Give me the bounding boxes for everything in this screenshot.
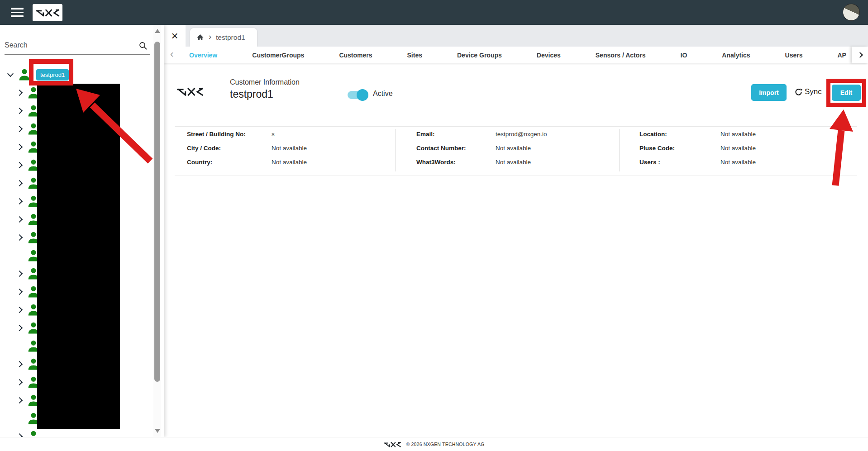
breadcrumb-item[interactable]: testprod1 — [216, 33, 245, 42]
close-tab-button[interactable]: × — [164, 25, 186, 47]
top-bar — [0, 0, 868, 25]
tab[interactable]: IO — [679, 52, 689, 59]
info-row: Location: Not available — [639, 131, 756, 145]
field-value: Not available — [272, 145, 307, 152]
chevron-icon[interactable] — [16, 289, 23, 295]
info-row: What3Words: Not available — [416, 159, 547, 173]
search-icon[interactable] — [138, 41, 148, 50]
person-icon — [27, 430, 40, 437]
page-title: testprod1 — [230, 88, 273, 100]
info-column-location: Location: Not available Pluse Code: Not … — [639, 131, 756, 173]
field-label: What3Words: — [416, 159, 496, 166]
field-label: Users : — [639, 159, 720, 166]
tabs-scroll-left-icon[interactable]: ‹ — [170, 48, 173, 60]
tree-item-label[interactable]: testprod1 — [36, 69, 69, 81]
chevron-icon[interactable] — [16, 325, 23, 331]
active-toggle[interactable] — [348, 91, 367, 99]
divider — [175, 126, 857, 127]
tab-row: ‹ Overview CustomerGroups Customers Site… — [164, 47, 868, 63]
info-column-address: Street / Building No: s City / Code: Not… — [187, 131, 307, 173]
chevron-icon[interactable] — [16, 180, 23, 186]
info-column-contact: Email: testprod@nxgen.io Contact Number:… — [416, 131, 547, 173]
chevron-icon[interactable] — [16, 379, 23, 385]
divider — [175, 175, 857, 176]
chevron-icon[interactable] — [16, 108, 23, 114]
scrollbar-thumb[interactable] — [154, 42, 160, 382]
tree-item[interactable] — [0, 427, 152, 437]
chevron-icon[interactable] — [16, 433, 23, 437]
field-value: Not available — [496, 145, 531, 152]
tab[interactable]: Sensors / Actors — [594, 52, 648, 59]
chevron-icon[interactable] — [16, 361, 23, 367]
search-input[interactable] — [5, 38, 127, 49]
chevron-icon[interactable] — [16, 144, 23, 150]
section-label: Customer Information — [230, 78, 300, 86]
field-value: Not available — [720, 159, 756, 166]
footer: © 2026 NXGEN TECHNOLOGY AG — [0, 437, 868, 451]
search-row — [5, 38, 150, 55]
field-value: Not available — [720, 145, 756, 152]
chevron-icon[interactable] — [16, 90, 23, 96]
edit-button[interactable]: Edit — [832, 85, 861, 101]
tab[interactable]: Overview — [187, 52, 219, 59]
home-icon[interactable] — [196, 34, 204, 41]
chevron-icon[interactable] — [16, 198, 23, 204]
breadcrumb-separator: › — [209, 32, 211, 42]
active-toggle-label: Active — [373, 90, 393, 98]
field-label: City / Code: — [187, 145, 272, 152]
chevron-icon[interactable] — [16, 216, 23, 223]
customer-logo — [176, 85, 204, 100]
sidebar-scrollbar[interactable] — [153, 25, 161, 437]
chevron-icon[interactable] — [16, 271, 23, 277]
breadcrumb[interactable]: › testprod1 — [190, 28, 257, 47]
tree-item[interactable]: testprod1 — [0, 66, 152, 84]
import-button[interactable]: Import — [751, 84, 787, 101]
field-value: Not available — [720, 131, 756, 138]
chevron-icon[interactable] — [7, 71, 14, 77]
tab[interactable]: AP — [835, 52, 848, 59]
nxg-logo-glyphs — [35, 7, 60, 18]
info-row: Email: testprod@nxgen.io — [416, 131, 547, 145]
column-divider — [619, 129, 620, 171]
footer-nxg-logo — [383, 441, 401, 448]
info-row: Pluse Code: Not available — [639, 145, 756, 159]
footer-copyright: © 2026 NXGEN TECHNOLOGY AG — [406, 442, 484, 447]
field-label: Country: — [187, 159, 272, 166]
field-value: Not available — [496, 159, 531, 166]
tabs-scroll-right-button[interactable] — [852, 47, 868, 63]
main-panel: × › testprod1 ‹ Overview CustomerGroups … — [164, 25, 868, 437]
sync-button[interactable]: Sync — [794, 87, 822, 96]
scroll-up-arrow-icon[interactable] — [155, 29, 160, 33]
tab[interactable]: Devices — [535, 52, 563, 59]
tab[interactable]: Analytics — [720, 52, 752, 59]
scroll-down-arrow-icon[interactable] — [155, 429, 160, 433]
tab[interactable]: Customers — [337, 52, 374, 59]
tabs: Overview CustomerGroups Customers Sites … — [187, 47, 848, 63]
tabs-scroll-right-icon — [857, 52, 863, 58]
info-row: City / Code: Not available — [187, 145, 307, 159]
refresh-icon — [794, 88, 803, 96]
chevron-icon[interactable] — [16, 126, 23, 132]
hamburger-menu-icon[interactable] — [11, 8, 24, 17]
chevron-icon[interactable] — [16, 307, 23, 313]
field-label: Street / Building No: — [187, 131, 272, 138]
field-value: Not available — [272, 159, 307, 166]
field-value: testprod@nxgen.io — [496, 131, 547, 138]
chevron-icon[interactable] — [16, 162, 23, 168]
info-row: Contact Number: Not available — [416, 145, 547, 159]
field-label: Contact Number: — [416, 145, 496, 152]
tab[interactable]: Users — [783, 52, 805, 59]
field-value: s — [272, 131, 275, 138]
sidebar: testprod1 — [0, 25, 164, 437]
chevron-icon[interactable] — [16, 397, 23, 404]
user-avatar[interactable] — [843, 4, 860, 21]
info-row: Street / Building No: s — [187, 131, 307, 145]
tab[interactable]: CustomerGroups — [250, 52, 306, 59]
tab[interactable]: Sites — [405, 52, 424, 59]
person-icon — [18, 68, 31, 81]
column-divider — [395, 129, 396, 171]
active-toggle-knob[interactable] — [357, 89, 368, 101]
tab[interactable]: Device Groups — [455, 52, 504, 59]
chevron-icon[interactable] — [16, 234, 23, 241]
breadcrumb-bar: × › testprod1 — [164, 25, 868, 47]
